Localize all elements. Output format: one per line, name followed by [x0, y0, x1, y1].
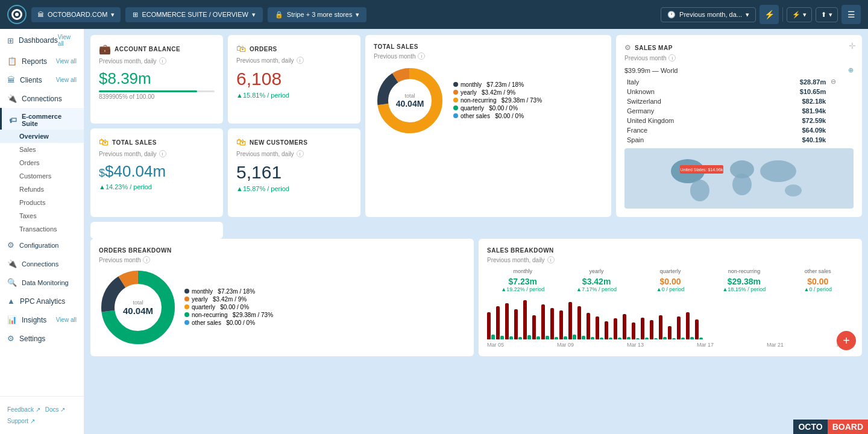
- world-total: $39.99m — World: [624, 67, 678, 74]
- sidebar-item-insights[interactable]: 📊 Insights View all: [0, 310, 84, 329]
- sidebar-item-settings[interactable]: ⚙ Settings: [0, 329, 84, 348]
- products-label: Products: [19, 199, 45, 206]
- store-button[interactable]: 🔒 Stripe + 3 more stores ▾: [268, 7, 367, 22]
- orders-subtitle: Previous month, daily i: [236, 57, 352, 64]
- svg-text:total: total: [404, 93, 415, 99]
- logo-button[interactable]: [7, 5, 27, 24]
- expand-plus[interactable]: ⊕: [848, 66, 854, 74]
- info-icon1[interactable]: i: [159, 57, 166, 64]
- sidebar-item-configuration[interactable]: ⚙ Configuration: [0, 236, 84, 254]
- info-icon4[interactable]: i: [297, 150, 304, 157]
- reports-label: Reports: [22, 57, 47, 66]
- sidebar-item-orders[interactable]: Orders: [0, 156, 84, 169]
- map-gear-icon[interactable]: ⚙: [624, 43, 631, 52]
- sidebar-item-sales[interactable]: Sales: [0, 143, 84, 156]
- taxes-label: Taxes: [19, 212, 37, 219]
- suite-button[interactable]: ⊞ ECOMMERCE SUITE / OVERVIEW ▾: [125, 7, 262, 22]
- orders-bag-icon: 🛍: [236, 43, 246, 54]
- filter-button[interactable]: ⚡ ▾: [787, 7, 812, 22]
- svg-text:40.04M: 40.04M: [123, 306, 153, 316]
- menu-button[interactable]: ☰: [841, 5, 861, 24]
- filter-icon: ⚡: [792, 11, 800, 19]
- content-area: 💼 ACCOUNT BALANCE Previous month, daily …: [84, 29, 868, 434]
- breakdown-nonrecurring: non-recurring $29.38m ▲18.15% / period: [708, 268, 779, 292]
- reports-view-all[interactable]: View all: [56, 58, 77, 64]
- table-row: Unknown$10.65m: [624, 87, 854, 96]
- sidebar-item-transactions[interactable]: Transactions: [0, 222, 84, 236]
- sidebar-item-taxes[interactable]: Taxes: [0, 209, 84, 222]
- ppc-label: PPC Analytics: [20, 297, 65, 306]
- clients-label: Clients: [20, 76, 42, 84]
- feedback-link[interactable]: Feedback ↗: [7, 406, 40, 413]
- customers-bag-icon: 🛍: [236, 137, 246, 148]
- docs-link[interactable]: Docs ↗: [45, 406, 66, 413]
- transactions-label: Transactions: [19, 225, 57, 233]
- sales-map-subtitle: Previous month i: [624, 54, 854, 61]
- table-row: Germany$81.94k: [624, 106, 854, 116]
- total-sales-donut-title: TOTAL SALES: [374, 43, 418, 50]
- sidebar-item-ppc[interactable]: ▲ PPC Analytics: [0, 292, 84, 310]
- sidebar-item-connections2[interactable]: 🔌 Connections: [0, 254, 84, 273]
- bar-chart-labels: Mar 05 Mar 09 Mar 13 Mar 17 Mar 21 Mar 2…: [487, 342, 854, 348]
- config-label: Configuration: [19, 242, 58, 249]
- sidebar-item-customers[interactable]: Customers: [0, 169, 84, 183]
- suite-label: ECOMMERCE SUITE / OVERVIEW: [142, 11, 248, 18]
- top-bar: 🏛 OCTOBOARD.COM ▾ ⊞ ECOMMERCE SUITE / OV…: [0, 0, 868, 29]
- sales-breakdown-widget: SALES BREAKDOWN Previous month, daily i …: [479, 239, 862, 356]
- table-row: Switzerland$82.18k: [624, 96, 854, 106]
- info-icon6[interactable]: i: [668, 54, 676, 61]
- breakdown-yearly: yearly $3.42m ▲7.17% / period: [561, 268, 632, 292]
- orders-value: 6,108: [236, 69, 352, 89]
- expand-icon[interactable]: ✛: [849, 41, 856, 51]
- account-balance-sub: 8399905% of 100.00: [99, 93, 215, 100]
- sidebar-item-connections[interactable]: 🔌 Connections: [0, 89, 84, 108]
- lightning-button[interactable]: ⚡: [760, 5, 779, 24]
- info-icon7[interactable]: i: [143, 256, 150, 263]
- chevron-down-icon2: ▾: [252, 11, 256, 19]
- orders-breakdown-chart: total 40.04M: [99, 268, 177, 347]
- sidebar-item-clients[interactable]: 🏛 Clients View all: [0, 71, 84, 89]
- insights-icon: 📊: [7, 315, 17, 324]
- sidebar-item-reports[interactable]: 📋 Reports View all: [0, 52, 84, 71]
- ecommerce-label: E-commerce Suite: [22, 113, 77, 127]
- lightning-icon: ⚡: [764, 10, 775, 19]
- progress-bar: [99, 90, 215, 92]
- sales-bar-chart: [487, 297, 854, 339]
- orders-change: ▲15.81% / period: [236, 92, 352, 99]
- clients-view-all[interactable]: View all: [56, 77, 77, 83]
- total-sales-small-widget: 🛍 TOTAL SALES Previous month, daily i $$…: [90, 128, 223, 217]
- insights-view-all[interactable]: View all: [56, 316, 77, 323]
- orders-title: ORDERS: [250, 46, 277, 52]
- sidebar-item-overview[interactable]: Overview: [0, 130, 84, 143]
- info-icon5[interactable]: i: [418, 52, 425, 60]
- minus-icon[interactable]: ⊖: [831, 78, 836, 85]
- orders-widget: 🛍 ORDERS Previous month, daily i 6,108 ▲…: [228, 35, 360, 124]
- countries-table: Italy$28.87m⊖ Unknown$10.65m Switzerland…: [624, 77, 854, 145]
- orders-breakdown-subtitle: Previous month i: [99, 256, 465, 263]
- info-icon2[interactable]: i: [159, 150, 166, 157]
- account-balance-title: ACCOUNT BALANCE: [115, 46, 180, 52]
- sidebar-item-products[interactable]: Products: [0, 196, 84, 209]
- dashboards-label: Dashboards: [19, 36, 58, 45]
- info-icon3[interactable]: i: [297, 57, 304, 64]
- svg-point-10: [690, 180, 709, 201]
- new-customers-subtitle: Previous month, daily i: [236, 150, 352, 157]
- add-button[interactable]: +: [837, 331, 856, 350]
- reports-icon: 📋: [7, 57, 17, 66]
- info-icon8[interactable]: i: [547, 256, 555, 263]
- chevron-down-icon3: ▾: [356, 11, 359, 19]
- sidebar-item-ecommerce[interactable]: 🏷 E-commerce Suite: [0, 108, 84, 130]
- sidebar-item-data-monitoring[interactable]: 🔍 Data Monitoring: [0, 273, 84, 292]
- svg-text:40.04M: 40.04M: [396, 99, 424, 108]
- dashboards-view-all[interactable]: View all: [58, 34, 77, 47]
- octoboard-badge: OCTO BOARD: [793, 420, 868, 434]
- support-link[interactable]: Support ↗: [7, 418, 35, 424]
- sidebar-item-refunds[interactable]: Refunds: [0, 183, 84, 196]
- chevron-down-icon4: ▾: [746, 11, 749, 19]
- sidebar-item-dashboards[interactable]: ⊞ Dashboards View all: [0, 29, 84, 52]
- share-button[interactable]: ⬆ ▾: [816, 7, 838, 22]
- workspace-button[interactable]: 🏛 OCTOBOARD.COM ▾: [31, 7, 121, 22]
- settings-icon: ⚙: [7, 334, 14, 343]
- account-balance-value: $8.39m: [99, 69, 215, 88]
- date-range-button[interactable]: 🕐 Previous month, da... ▾: [661, 7, 756, 22]
